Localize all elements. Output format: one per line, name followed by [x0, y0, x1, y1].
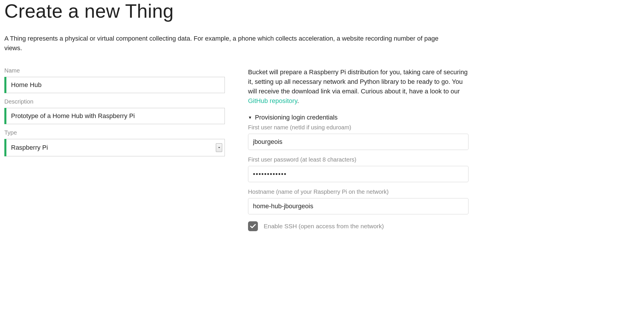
intro-text: A Thing represents a physical or virtual…	[4, 34, 448, 53]
ssh-checkbox-row: Enable SSH (open access from the network…	[248, 221, 468, 231]
type-accent-bar	[4, 139, 6, 156]
right-intro-text: Bucket will prepare a Raspberry Pi distr…	[248, 67, 468, 106]
description-input[interactable]	[6, 108, 225, 124]
hostname-label: Hostname (name of your Raspberry Pi on t…	[248, 189, 468, 195]
right-intro-suffix: .	[297, 97, 299, 104]
description-field-group: Description	[4, 98, 225, 124]
hostname-input[interactable]	[248, 198, 468, 214]
description-accent-bar	[4, 108, 6, 124]
name-input[interactable]	[6, 77, 225, 93]
name-accent-bar	[4, 77, 6, 93]
name-label: Name	[4, 67, 225, 74]
type-select-value: Raspberry Pi	[11, 144, 216, 151]
description-label: Description	[4, 98, 225, 105]
page-title: Create a new Thing	[4, 0, 640, 22]
username-input[interactable]	[248, 134, 468, 150]
name-field-group: Name	[4, 67, 225, 93]
github-link[interactable]: GitHub repository	[248, 97, 297, 104]
right-column: Bucket will prepare a Raspberry Pi distr…	[248, 67, 468, 231]
type-label: Type	[4, 129, 225, 136]
password-input[interactable]	[248, 166, 468, 182]
chevron-down-icon	[216, 143, 222, 152]
password-label: First user password (at least 8 characte…	[248, 156, 468, 163]
ssh-checkbox[interactable]	[248, 221, 258, 231]
provisioning-title: Provisioning login credentials	[255, 114, 338, 121]
check-icon	[250, 224, 256, 229]
left-column: Name Description Type Raspberry Pi	[4, 67, 225, 231]
username-label: First user name (netId if using eduroam)	[248, 124, 468, 131]
description-input-wrap	[4, 108, 225, 124]
name-input-wrap	[4, 77, 225, 93]
form-columns: Name Description Type Raspberry Pi	[4, 67, 640, 231]
type-select[interactable]: Raspberry Pi	[6, 139, 225, 156]
ssh-checkbox-label: Enable SSH (open access from the network…	[264, 223, 384, 230]
type-field-group: Type Raspberry Pi	[4, 129, 225, 156]
right-intro-prefix: Bucket will prepare a Raspberry Pi distr…	[248, 68, 468, 95]
type-select-wrap: Raspberry Pi	[4, 139, 225, 156]
provisioning-disclosure[interactable]: ▼ Provisioning login credentials	[248, 114, 468, 121]
disclosure-arrow-icon: ▼	[248, 115, 252, 120]
